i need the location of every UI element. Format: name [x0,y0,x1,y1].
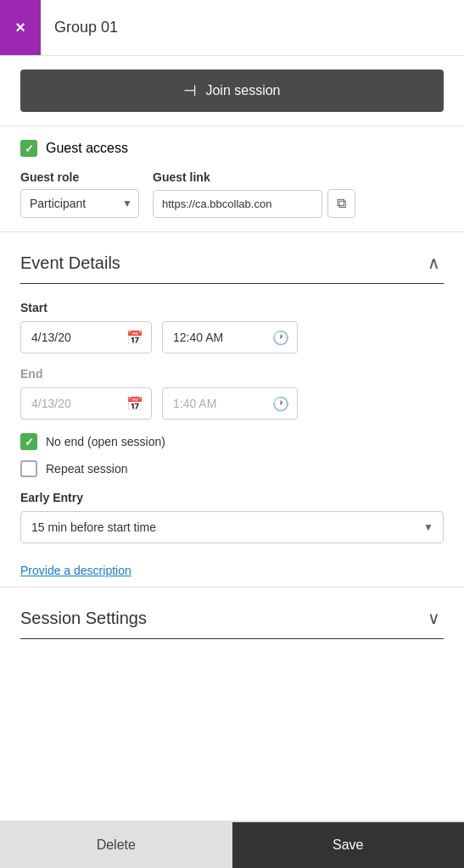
event-details-collapse-button[interactable]: ∧ [424,249,444,276]
early-entry-group: Early Entry 0 min before start time 5 mi… [20,491,444,543]
guest-role-select[interactable]: Participant Presenter Moderator [20,189,139,218]
save-label: Save [333,837,363,852]
start-time-input[interactable] [162,321,298,353]
session-settings-title: Session Settings [20,609,147,628]
main-panel: × ⊣ Join session Guest access Guest role… [0,0,464,868]
session-title-input[interactable] [41,0,464,55]
repeat-session-checkbox[interactable] [20,460,37,477]
early-entry-select-wrap: 0 min before start time 5 min before sta… [20,511,444,543]
guest-link-group: Guest link ⧉ [153,170,355,218]
provide-description-button[interactable]: Provide a description [20,564,131,577]
guest-link-input[interactable] [153,190,322,218]
end-time-input[interactable] [162,387,298,420]
join-session-button[interactable]: ⊣ Join session [20,70,444,112]
session-settings-section: Session Settings ∨ [0,587,464,821]
join-icon: ⊣ [183,81,197,100]
collapse-icon: ∧ [428,253,440,272]
start-date-time-row: 📅 🕐 [20,321,444,353]
event-details-divider [20,283,444,284]
header: × [0,0,464,56]
early-entry-select[interactable]: 0 min before start time 5 min before sta… [20,511,444,543]
close-button[interactable]: × [0,0,41,55]
guest-section: Guest access Guest role Participant Pres… [0,126,464,232]
delete-label: Delete [97,837,136,852]
guest-link-label: Guest link [153,170,355,184]
no-end-label: No end (open session) [46,435,165,448]
end-date-wrap: 📅 [20,387,152,420]
start-date-wrap: 📅 [20,321,152,353]
join-session-label: Join session [205,83,280,98]
guest-role-select-wrap: Participant Presenter Moderator ▼ [20,189,139,218]
start-time-wrap: 🕐 [162,321,298,353]
save-button[interactable]: Save [232,822,465,868]
session-settings-header: Session Settings ∨ [20,604,444,632]
early-entry-label: Early Entry [20,491,444,504]
close-icon: × [15,18,25,37]
guest-role-label: Guest role [20,170,139,184]
end-label: End [20,367,444,381]
session-settings-divider [20,638,444,639]
end-time-wrap: 🕐 [162,387,298,420]
repeat-session-label: Repeat session [46,462,128,476]
event-details-header: Event Details ∧ [20,249,444,276]
no-end-row: No end (open session) [20,433,444,450]
footer: Delete Save [0,821,464,868]
event-details-section: Event Details ∧ Start 📅 🕐 End [0,232,464,587]
session-settings-expand-button[interactable]: ∨ [424,604,444,632]
guest-role-group: Guest role Participant Presenter Moderat… [20,170,139,218]
join-section: ⊣ Join session [0,56,464,126]
description-link-text: Provide a description [20,564,131,577]
repeat-session-row: Repeat session [20,460,444,477]
guest-access-label: Guest access [46,141,128,156]
guest-fields: Guest role Participant Presenter Moderat… [20,170,444,218]
end-group: End 📅 🕐 [20,367,444,420]
event-details-title: Event Details [20,253,120,273]
copy-icon: ⧉ [337,196,346,211]
guest-link-field-wrap: ⧉ [153,189,355,218]
end-date-input[interactable] [20,387,152,420]
guest-access-row: Guest access [20,140,444,157]
delete-button[interactable]: Delete [0,822,232,868]
end-date-time-row: 📅 🕐 [20,387,444,420]
copy-link-button[interactable]: ⧉ [327,189,355,218]
start-group: Start 📅 🕐 [20,301,444,353]
no-end-checkbox[interactable] [20,433,37,450]
start-date-input[interactable] [20,321,152,353]
guest-access-checkbox[interactable] [20,140,37,157]
expand-icon: ∨ [428,609,440,627]
start-label: Start [20,301,444,314]
